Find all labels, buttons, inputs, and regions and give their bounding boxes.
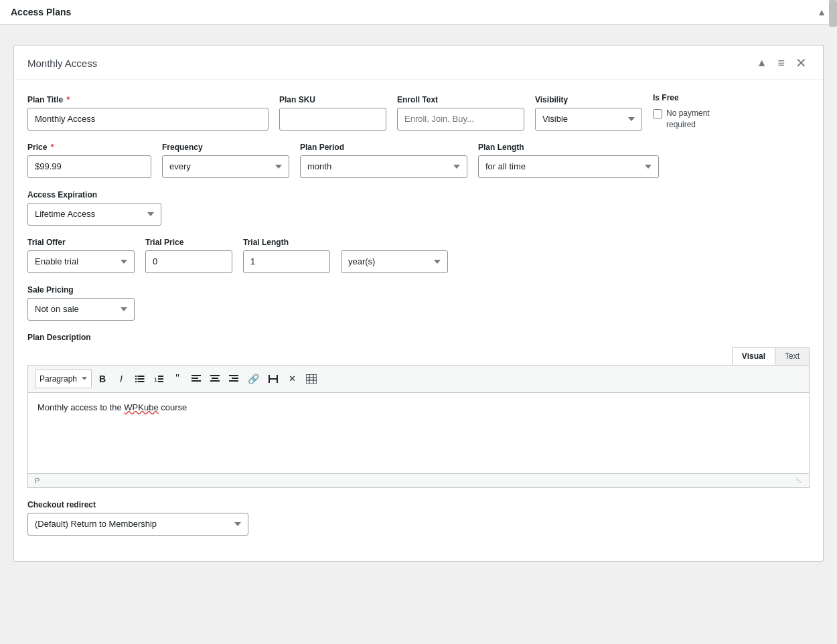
visibility-select[interactable]: Visible Hidden bbox=[535, 108, 642, 131]
plan-length-label: Plan Length bbox=[478, 143, 659, 152]
ordered-list-button[interactable]: 1. bbox=[151, 370, 167, 388]
svg-rect-18 bbox=[229, 380, 238, 382]
frequency-select[interactable]: every bbox=[162, 155, 289, 178]
plan-title-required: * bbox=[64, 95, 70, 104]
svg-rect-16 bbox=[229, 375, 238, 376]
plan-sku-group: Plan SKU bbox=[279, 95, 386, 131]
page-wrapper: Monthly Access ▲ ≡ ✕ Plan Title * Plan S… bbox=[0, 25, 837, 582]
enroll-text-input[interactable] bbox=[397, 108, 524, 131]
close-icon[interactable]: ✕ bbox=[793, 55, 810, 71]
plan-description-section: Plan Description Visual Text Paragraph H… bbox=[27, 333, 810, 488]
svg-rect-3 bbox=[138, 378, 145, 380]
blockquote-button[interactable]: " bbox=[169, 370, 185, 388]
plan-title-group: Plan Title * bbox=[27, 95, 269, 131]
trial-offer-select[interactable]: Enable trial Disable trial bbox=[27, 250, 135, 273]
trial-price-label: Trial Price bbox=[145, 238, 232, 247]
bold-button[interactable]: B bbox=[94, 370, 110, 388]
editor-container: Paragraph Heading 1 Heading 2 Heading 3 … bbox=[27, 365, 810, 488]
align-right-button[interactable] bbox=[226, 370, 242, 388]
panel-header-icons: ▲ bbox=[816, 7, 826, 17]
svg-rect-5 bbox=[138, 381, 145, 382]
align-center-button[interactable] bbox=[207, 370, 223, 388]
enroll-text-group: Enroll Text bbox=[397, 95, 524, 131]
card-inner-header: Monthly Access ▲ ≡ ✕ bbox=[14, 46, 823, 80]
editor-content-area[interactable]: Monthly access to the WPKube course bbox=[28, 393, 809, 473]
svg-rect-15 bbox=[210, 380, 220, 382]
scrollbar-thumb[interactable] bbox=[829, 0, 837, 27]
form-row-5: Sale Pricing Not on sale Sale price % Di… bbox=[27, 285, 810, 321]
editor-footer: P ⤡ bbox=[28, 473, 809, 487]
plan-title-label: Plan Title * bbox=[27, 95, 269, 104]
form-row-4: Trial Offer Enable trial Disable trial T… bbox=[27, 238, 810, 273]
plan-period-label: Plan Period bbox=[300, 143, 467, 152]
editor-tabs: Visual Text bbox=[27, 347, 810, 365]
sale-pricing-select[interactable]: Not on sale Sale price % Discount bbox=[27, 298, 135, 321]
checkout-redirect-select[interactable]: (Default) Return to Membership Custom UR… bbox=[27, 513, 248, 536]
checkout-redirect-group: Checkout redirect (Default) Return to Me… bbox=[27, 500, 248, 536]
visibility-group: Visibility Visible Hidden bbox=[535, 95, 642, 131]
collapse-icon[interactable]: ▲ bbox=[817, 7, 826, 17]
plan-length-select[interactable]: for all time 1 2 3 bbox=[478, 155, 659, 178]
trial-length-group: Trial Length bbox=[243, 238, 330, 273]
panel-title: Access Plans bbox=[11, 7, 71, 17]
panel-header: Access Plans ▲ bbox=[0, 0, 837, 25]
trial-price-group: Trial Price bbox=[145, 238, 232, 273]
is-free-checkbox[interactable] bbox=[653, 109, 662, 118]
plan-sku-input[interactable] bbox=[279, 108, 386, 131]
horizontal-rule-button[interactable] bbox=[265, 370, 281, 388]
access-plan-card: Monthly Access ▲ ≡ ✕ Plan Title * Plan S… bbox=[13, 45, 824, 562]
no-payment-text: No payment required bbox=[666, 108, 733, 131]
svg-rect-20 bbox=[269, 375, 270, 383]
svg-point-4 bbox=[135, 380, 137, 382]
plan-period-select[interactable]: month year week day bbox=[300, 155, 467, 178]
visibility-label: Visibility bbox=[535, 95, 642, 104]
trial-length-input[interactable] bbox=[243, 250, 330, 273]
paragraph-format-select[interactable]: Paragraph Heading 1 Heading 2 Heading 3 bbox=[35, 370, 92, 388]
svg-rect-7 bbox=[158, 376, 163, 377]
trial-length-label: Trial Length bbox=[243, 238, 330, 247]
menu-icon[interactable]: ≡ bbox=[775, 56, 787, 70]
tab-text[interactable]: Text bbox=[775, 347, 810, 365]
resize-handle[interactable]: ⤡ bbox=[795, 476, 802, 485]
trial-price-input[interactable] bbox=[145, 250, 232, 273]
checkout-redirect-label: Checkout redirect bbox=[27, 500, 248, 509]
card-title: Monthly Access bbox=[27, 58, 97, 69]
price-input[interactable] bbox=[27, 155, 151, 178]
trial-length-unit-group: Unit year(s) month(s) week(s) day(s) bbox=[341, 238, 448, 273]
is-free-group: Is Free No payment required bbox=[653, 93, 733, 131]
scrollbar-track[interactable] bbox=[829, 0, 837, 644]
sale-pricing-label: Sale Pricing bbox=[27, 285, 135, 295]
is-free-label: Is Free bbox=[653, 93, 733, 102]
svg-rect-19 bbox=[269, 378, 278, 380]
align-left-button[interactable] bbox=[188, 370, 204, 388]
tab-visual[interactable]: Visual bbox=[732, 347, 775, 365]
link-button[interactable]: 🔗 bbox=[244, 370, 262, 388]
svg-rect-9 bbox=[158, 381, 163, 382]
move-up-icon[interactable]: ▲ bbox=[754, 56, 770, 70]
svg-point-0 bbox=[135, 375, 137, 376]
editor-tag: P bbox=[35, 477, 40, 485]
svg-rect-10 bbox=[192, 375, 201, 376]
price-group: Price * bbox=[27, 143, 151, 178]
editor-toolbar: Paragraph Heading 1 Heading 2 Heading 3 … bbox=[28, 366, 809, 393]
svg-rect-11 bbox=[192, 378, 198, 379]
plan-length-group: Plan Length for all time 1 2 3 bbox=[478, 143, 659, 178]
access-expiration-select[interactable]: Lifetime Access Fixed Date X Days After … bbox=[27, 203, 161, 226]
plan-title-input[interactable] bbox=[27, 108, 269, 131]
plan-sku-label: Plan SKU bbox=[279, 95, 386, 104]
table-button[interactable] bbox=[303, 370, 320, 388]
frequency-group: Frequency every bbox=[162, 143, 289, 178]
italic-button[interactable]: I bbox=[113, 370, 129, 388]
wpkube-text: WPKube bbox=[124, 402, 158, 412]
svg-rect-12 bbox=[192, 380, 201, 382]
form-row-3: Access Expiration Lifetime Access Fixed … bbox=[27, 190, 810, 226]
special-char-button[interactable]: ✕ bbox=[284, 370, 300, 388]
card-header-actions: ▲ ≡ ✕ bbox=[754, 55, 810, 71]
trial-length-unit-select[interactable]: year(s) month(s) week(s) day(s) bbox=[341, 250, 448, 273]
is-free-checkbox-row: No payment required bbox=[653, 108, 733, 131]
svg-rect-8 bbox=[158, 378, 163, 380]
unordered-list-button[interactable] bbox=[132, 370, 148, 388]
svg-point-2 bbox=[135, 378, 137, 379]
svg-rect-14 bbox=[212, 378, 218, 379]
form-row-2: Price * Frequency every Plan Period mont… bbox=[27, 143, 810, 178]
